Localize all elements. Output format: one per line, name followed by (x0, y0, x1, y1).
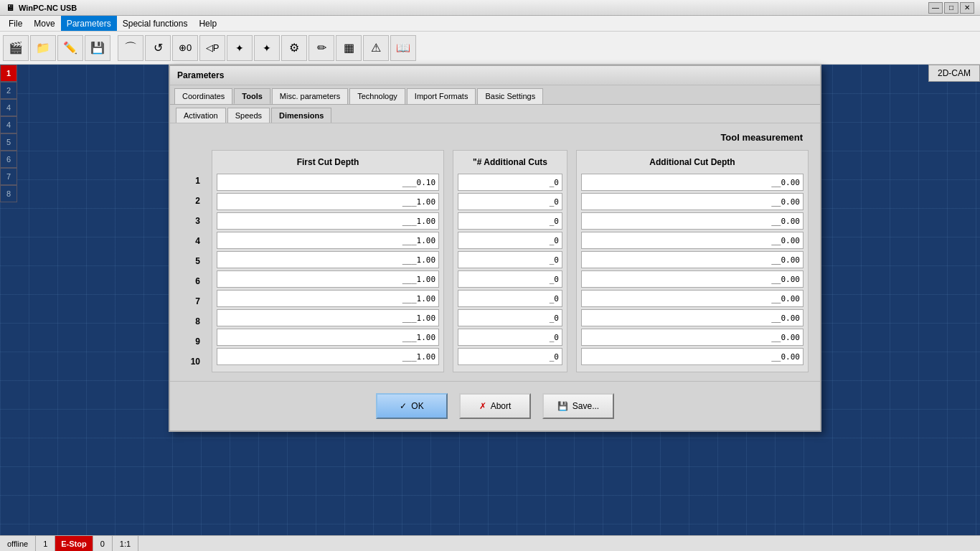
subtab-speeds[interactable]: Speeds (227, 108, 270, 123)
row-num-1: 1 (182, 171, 203, 190)
toolbar-btn-plus[interactable]: ✦ (254, 35, 280, 61)
first-cut-3[interactable] (217, 212, 439, 230)
tab-number-2[interactable]: 2 (0, 82, 17, 99)
app-title: WinPC-NC USB (19, 4, 77, 12)
tab-technology[interactable]: Technology (349, 88, 405, 104)
estop-button[interactable]: E-Stop (55, 536, 93, 551)
row-num-9: 9 (182, 332, 203, 351)
add-depth-6[interactable] (581, 270, 804, 288)
menu-parameters[interactable]: Parameters (61, 16, 117, 31)
toolbar-btn-refresh[interactable]: ↺ (145, 35, 171, 61)
title-bar-buttons: — □ ✕ (928, 2, 974, 14)
abort-label: Abort (491, 401, 512, 411)
add-depth-4[interactable] (581, 232, 804, 249)
toolbar-btn-edit[interactable]: ✏️ (57, 35, 83, 61)
toolbar-btn-play[interactable]: ◁P (199, 35, 225, 61)
title-bar: 🖥 WinPC-NC USB — □ ✕ (0, 0, 980, 16)
tab-number-5[interactable]: 5 (0, 133, 17, 151)
add-depth-2[interactable] (581, 193, 804, 210)
toolbar-btn-film[interactable]: 🎬 (3, 35, 29, 61)
tab-basic[interactable]: Basic Settings (477, 88, 543, 104)
add-depth-8[interactable] (581, 309, 804, 326)
status-offline: offline (0, 536, 36, 551)
toolbar-btn-open[interactable]: 📁 (30, 35, 56, 61)
tab-number-8[interactable]: 8 (0, 185, 17, 202)
toolbar-btn-book[interactable]: 📖 (390, 35, 416, 61)
toolbar-btn-star[interactable]: ✦ (227, 35, 253, 61)
col-header-add-cuts: "# Additional Cuts (458, 155, 562, 169)
first-cut-7[interactable] (217, 290, 439, 307)
add-cuts-1[interactable] (458, 174, 562, 191)
first-cut-2[interactable] (217, 193, 439, 210)
menu-file[interactable]: File (3, 16, 28, 31)
add-cuts-4[interactable] (458, 232, 562, 249)
add-cuts-8[interactable] (458, 309, 562, 326)
toolbar-btn-save[interactable]: 💾 (85, 35, 110, 61)
status-num2: 0 (93, 536, 113, 551)
column-first-cut-depth: First Cut Depth (212, 150, 444, 372)
tab-coordinates[interactable]: Coordinates (174, 88, 232, 104)
menu-move[interactable]: Move (28, 16, 60, 31)
tab-import[interactable]: Import Formats (407, 88, 476, 104)
add-cuts-3[interactable] (458, 212, 562, 230)
menu-bar: File Move Parameters Special functions H… (0, 16, 980, 32)
tab-number-4a[interactable]: 4 (0, 99, 17, 116)
menu-special[interactable]: Special functions (117, 16, 194, 31)
add-cuts-10[interactable] (458, 348, 562, 365)
tab-tools[interactable]: Tools (234, 88, 270, 104)
section-title: Tool measurement (182, 132, 809, 143)
sub-tabs: Activation Speeds Dimensions (170, 105, 820, 123)
toolbar-btn-curve[interactable]: ⌒ (118, 35, 143, 61)
ok-checkmark-icon: ✓ (400, 401, 407, 411)
row-num-4: 4 (182, 232, 203, 250)
toolbar-btn-warn[interactable]: ⚠ (363, 35, 389, 61)
tab-number-7[interactable]: 7 (0, 168, 17, 185)
add-depth-9[interactable] (581, 329, 804, 346)
dialog-title: Parameters (170, 66, 820, 85)
title-bar-left: 🖥 WinPC-NC USB (6, 3, 77, 13)
maximize-button[interactable]: □ (944, 2, 958, 14)
status-bar: offline 1 E-Stop 0 1:1 (0, 535, 980, 551)
dialog-content: Tool measurement 1 2 3 4 5 6 7 8 9 10 Fi… (170, 123, 820, 381)
add-depth-7[interactable] (581, 290, 804, 307)
tab-number-1[interactable]: 1 (0, 65, 17, 82)
subtab-dimensions[interactable]: Dimensions (271, 108, 331, 123)
first-cut-5[interactable] (217, 251, 439, 268)
row-numbers: 1 2 3 4 5 6 7 8 9 10 (182, 150, 203, 372)
save-button[interactable]: 💾 Save... (542, 393, 614, 419)
tab-misc[interactable]: Misc. parameters (272, 88, 348, 104)
add-cuts-6[interactable] (458, 270, 562, 288)
add-depth-1[interactable] (581, 174, 804, 191)
tab-number-6[interactable]: 6 (0, 151, 17, 168)
toolbar-btn-gear[interactable]: ⚙ (281, 35, 307, 61)
toolbar-btn-pen[interactable]: ✏ (308, 35, 334, 61)
first-cut-4[interactable] (217, 232, 439, 249)
ok-button[interactable]: ✓ OK (376, 393, 448, 419)
toolbar-btn-zero[interactable]: ⊕0 (172, 35, 198, 61)
add-depth-3[interactable] (581, 212, 804, 230)
add-depth-10[interactable] (581, 348, 804, 365)
add-cuts-5[interactable] (458, 251, 562, 268)
first-cut-9[interactable] (217, 329, 439, 346)
subtab-activation[interactable]: Activation (176, 108, 226, 123)
menu-help[interactable]: Help (193, 16, 222, 31)
add-cuts-7[interactable] (458, 290, 562, 307)
first-cut-1[interactable] (217, 174, 439, 191)
close-button[interactable]: ✕ (960, 2, 974, 14)
first-cut-8[interactable] (217, 309, 439, 326)
first-cut-10[interactable] (217, 348, 439, 365)
row-num-5: 5 (182, 252, 203, 270)
first-cut-6[interactable] (217, 270, 439, 288)
toolbar-btn-grid[interactable]: ▦ (336, 35, 362, 61)
add-depth-5[interactable] (581, 251, 804, 268)
status-scale: 1:1 (113, 536, 138, 551)
abort-x-icon: ✗ (479, 401, 486, 411)
abort-button[interactable]: ✗ Abort (459, 393, 531, 419)
minimize-button[interactable]: — (928, 2, 943, 14)
cam-button[interactable]: 2D-CAM (928, 65, 980, 82)
add-cuts-9[interactable] (458, 329, 562, 346)
column-add-cut-depth: Additional Cut Depth (576, 150, 809, 372)
add-cuts-2[interactable] (458, 193, 562, 210)
tab-number-4b[interactable]: 4 (0, 116, 17, 133)
save-label: Save... (573, 401, 599, 411)
